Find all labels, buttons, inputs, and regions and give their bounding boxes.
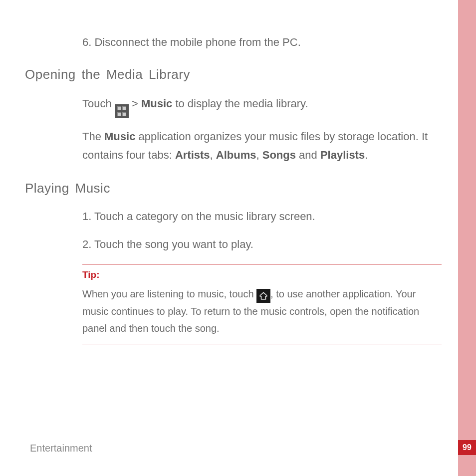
bold-artists: Artists <box>175 149 210 161</box>
heading-opening-media-library: Opening the Media Library <box>25 67 445 82</box>
text: > <box>132 97 141 110</box>
page-number-box: 99 <box>458 440 476 455</box>
side-tab-strip <box>458 0 476 476</box>
text: The <box>82 130 104 143</box>
step-6: 6. Disconnect the mobile phone from the … <box>82 34 442 51</box>
open-library-instruction: Touch > Music to display the media libra… <box>82 94 442 118</box>
heading-playing-music: Playing Music <box>25 181 445 196</box>
bold-playlists: Playlists <box>320 149 365 161</box>
play-step-2: 2. Touch the song you want to play. <box>82 236 442 253</box>
bold-music: Music <box>141 97 172 110</box>
open-library-description: The Music application organizes your mus… <box>82 127 442 165</box>
text: to display the media library. <box>172 97 308 110</box>
home-icon <box>256 289 270 303</box>
text: Touch <box>82 97 115 110</box>
bold-albums: Albums <box>216 149 256 161</box>
bold-songs: Songs <box>262 149 296 161</box>
text: When you are listening to music, touch <box>82 288 256 299</box>
text: . <box>365 149 368 161</box>
tip-body: When you are listening to music, touch ,… <box>82 285 442 337</box>
bold-music: Music <box>104 130 135 143</box>
text: , <box>256 149 262 161</box>
page-content: 6. Disconnect the mobile phone from the … <box>25 34 445 344</box>
text: , <box>210 149 216 161</box>
text: and <box>296 149 320 161</box>
tip-block: Tip: When you are listening to music, to… <box>82 264 442 344</box>
page-number: 99 <box>463 443 472 452</box>
apps-grid-icon <box>115 104 129 118</box>
tip-label: Tip: <box>82 269 442 280</box>
play-step-1: 1. Touch a category on the music library… <box>82 208 442 225</box>
section-footer: Entertainment <box>30 443 92 454</box>
